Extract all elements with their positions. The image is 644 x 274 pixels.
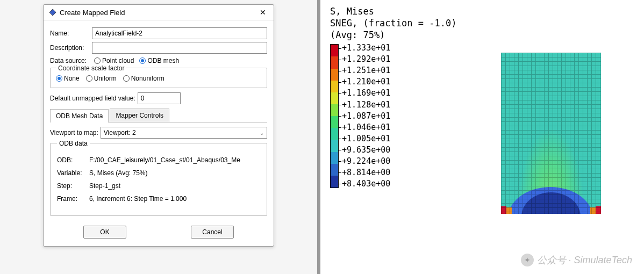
radio-odb-mesh-label: ODB mesh <box>147 57 179 64</box>
legend-tick: +8.814e+00 <box>342 169 390 177</box>
watermark-text: 公众号 · SimulateTech <box>537 254 632 266</box>
legend-ticks: +1.333e+01+1.292e+01+1.251e+01+1.210e+01… <box>342 44 390 188</box>
legend-tick: +9.224e+00 <box>342 157 390 165</box>
wechat-icon: ✦ <box>521 254 534 266</box>
radio-odb-mesh[interactable]: ODB mesh <box>139 57 179 64</box>
frame-label: Frame: <box>57 195 89 203</box>
scale-legend: Coordinate scale factor <box>56 64 126 72</box>
svg-marker-0 <box>49 9 56 16</box>
step-label: Step: <box>57 182 89 190</box>
create-mapped-field-dialog: Create Mapped Field ✕ Name: Description:… <box>43 4 274 247</box>
viewport-pane: S, Mises SNEG, (fraction = -1.0) (Avg: 7… <box>320 0 644 274</box>
colorbar <box>330 44 339 188</box>
name-input[interactable] <box>92 27 267 39</box>
description-input[interactable] <box>92 42 267 54</box>
result-header: S, Mises SNEG, (fraction = -1.0) (Avg: 7… <box>330 5 634 41</box>
viewport-label: Viewport to map: <box>50 129 98 136</box>
ok-button[interactable]: OK <box>83 226 126 239</box>
radio-point-cloud[interactable]: Point cloud <box>94 57 134 64</box>
left-pane: Create Mapped Field ✕ Name: Description:… <box>0 0 317 274</box>
contour-plot[interactable] <box>501 53 601 214</box>
default-input[interactable] <box>138 92 181 104</box>
viewport-select[interactable]: Viewport: 2 ⌄ <box>101 127 267 139</box>
legend-tick: +1.251e+01 <box>342 67 390 75</box>
header-line-0: S, Mises <box>330 5 634 17</box>
dialog-title: Create Mapped Field <box>60 9 125 17</box>
radio-uniform-label: Uniform <box>94 75 117 82</box>
variable-label: Variable: <box>57 169 89 177</box>
odb-path-label: ODB: <box>57 156 89 164</box>
close-icon[interactable]: ✕ <box>257 8 268 17</box>
data-source-label: Data source: <box>50 57 87 64</box>
tab-odb-mesh-data[interactable]: ODB Mesh Data <box>50 109 109 122</box>
tab-mapper-controls[interactable]: Mapper Controls <box>110 109 169 122</box>
variable-value: S, Mises (Avg: 75%) <box>89 169 260 177</box>
legend-tick: +1.210e+01 <box>342 78 390 86</box>
odb-data-legend: ODB data <box>57 140 90 147</box>
radio-nonuniform-label: Nonuniform <box>131 75 164 82</box>
legend-tick: +1.087e+01 <box>342 112 390 120</box>
legend-tick: +1.292e+01 <box>342 55 390 63</box>
radio-scale-none[interactable]: None <box>56 75 80 82</box>
viewport-value: Viewport: 2 <box>104 129 136 136</box>
cancel-button[interactable]: Cancel <box>191 226 234 239</box>
legend-tick: +1.005e+01 <box>342 135 390 143</box>
name-label: Name: <box>50 30 92 37</box>
frame-value: 6, Increment 6: Step Time = 1.000 <box>89 195 260 203</box>
watermark: ✦ 公众号 · SimulateTech <box>521 254 632 266</box>
legend-tick: +1.169e+01 <box>342 89 390 97</box>
radio-scale-uniform[interactable]: Uniform <box>86 75 117 82</box>
header-line-1: SNEG, (fraction = -1.0) <box>330 17 634 29</box>
legend-tick: +1.333e+01 <box>342 44 390 52</box>
chevron-down-icon: ⌄ <box>260 130 264 136</box>
step-value: Step-1_gst <box>89 182 260 190</box>
legend-tick: +1.128e+01 <box>342 101 390 109</box>
radio-scale-nonuniform[interactable]: Nonuniform <box>123 75 164 82</box>
legend-tick: +9.635e+00 <box>342 146 390 154</box>
description-label: Description: <box>50 44 92 52</box>
default-label: Default unmapped field value: <box>50 95 135 102</box>
title-bar: Create Mapped Field ✕ <box>44 5 274 20</box>
radio-point-cloud-label: Point cloud <box>102 57 134 64</box>
radio-none-label: None <box>64 75 80 82</box>
legend-tick: +1.046e+01 <box>342 124 390 132</box>
legend-tick: +8.403e+00 <box>342 180 390 188</box>
abaqus-icon <box>49 9 56 16</box>
header-line-2: (Avg: 75%) <box>330 29 634 41</box>
odb-path-value: F:/00_CAE_leisurely/01_Case_st/01_Abaqus… <box>89 156 260 164</box>
